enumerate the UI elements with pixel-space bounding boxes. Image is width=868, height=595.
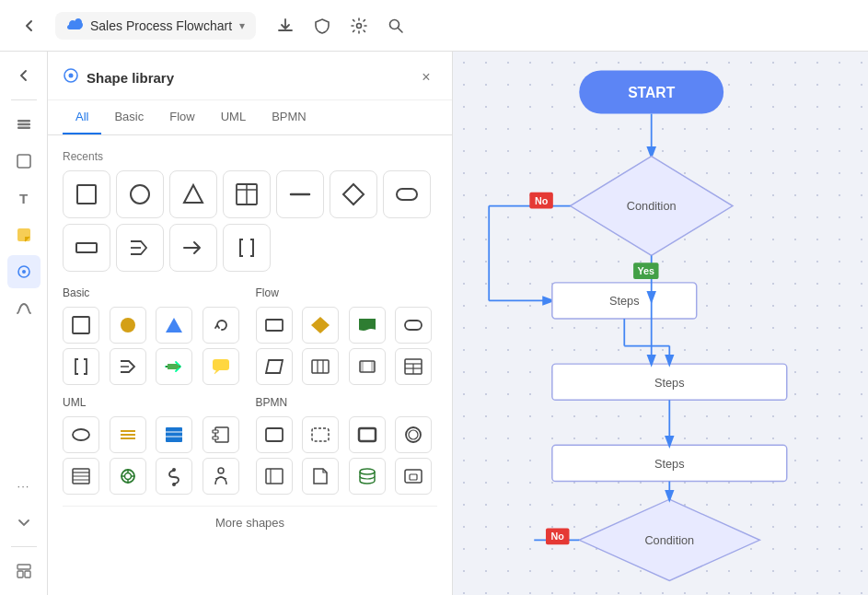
basic-arrow-right[interactable]: [156, 348, 192, 385]
svg-rect-29: [312, 360, 329, 373]
bpmn-call[interactable]: [349, 416, 386, 453]
uml-fork[interactable]: [156, 458, 192, 495]
tab-flow[interactable]: Flow: [156, 100, 207, 134]
uml-component[interactable]: [203, 416, 239, 453]
shapes-button[interactable]: [7, 255, 41, 288]
sidebar-divider-2: [11, 546, 37, 547]
tab-basic[interactable]: Basic: [101, 100, 156, 134]
canvas[interactable]: START Condition No Steps Yes Steps: [453, 52, 868, 595]
shape-arrow[interactable]: [169, 224, 217, 272]
svg-text:Steps: Steps: [609, 294, 640, 308]
svg-rect-9: [17, 565, 30, 569]
sticky-note-button[interactable]: [7, 218, 41, 251]
template-button[interactable]: [7, 554, 41, 588]
tab-all[interactable]: All: [63, 100, 101, 134]
flow-film[interactable]: [349, 348, 386, 385]
tab-bpmn[interactable]: BPMN: [259, 100, 319, 134]
uml-swimlane[interactable]: [63, 458, 99, 495]
shape-table[interactable]: [223, 170, 271, 218]
bpmn-subprocess[interactable]: [302, 416, 339, 453]
canvas-button[interactable]: [7, 145, 41, 178]
tab-uml[interactable]: UML: [208, 100, 259, 134]
basic-loop[interactable]: [203, 307, 239, 344]
more-button[interactable]: ···: [7, 469, 41, 502]
basic-square[interactable]: [63, 307, 99, 344]
flow-terminator[interactable]: [395, 307, 432, 344]
panel-close-button[interactable]: ×: [415, 66, 437, 88]
flow-document[interactable]: [349, 307, 386, 344]
svg-rect-3: [17, 123, 30, 126]
shape-rounded-rect[interactable]: [383, 170, 431, 218]
svg-point-62: [409, 430, 418, 439]
svg-text:Condition: Condition: [627, 199, 677, 213]
svg-rect-59: [312, 428, 329, 441]
flow-data[interactable]: [256, 348, 293, 385]
flow-title: Flow: [256, 286, 438, 299]
uml-human[interactable]: [203, 458, 239, 495]
title-chevron-icon: ▾: [239, 19, 245, 32]
svg-rect-46: [215, 427, 228, 442]
basic-flow-subsections: Basic: [63, 286, 437, 385]
basic-title: Basic: [63, 286, 245, 299]
svg-rect-63: [266, 469, 283, 484]
uml-title: UML: [63, 396, 245, 409]
shape-flat-rect[interactable]: [63, 224, 110, 272]
bpmn-data-store[interactable]: [349, 458, 386, 495]
svg-rect-20: [397, 189, 417, 200]
shape-line[interactable]: [276, 170, 324, 218]
bpmn-event[interactable]: [395, 416, 432, 453]
basic-circle-filled[interactable]: [110, 307, 146, 344]
svg-rect-58: [266, 428, 283, 441]
uml-class[interactable]: [156, 416, 192, 453]
svg-rect-67: [410, 474, 417, 480]
basic-speech-bubble[interactable]: [203, 348, 239, 385]
svg-rect-27: [266, 320, 283, 331]
bpmn-subsection: BPMN: [256, 396, 438, 495]
text-button[interactable]: T: [7, 181, 41, 215]
svg-rect-43: [166, 427, 182, 442]
tag-button[interactable]: [307, 11, 337, 41]
svg-text:Steps: Steps: [654, 376, 685, 390]
basic-triangle-filled[interactable]: [156, 307, 192, 344]
flow-swimlane[interactable]: [302, 348, 339, 385]
shape-square[interactable]: [63, 170, 110, 218]
bpmn-document[interactable]: [302, 458, 339, 495]
uml-ellipse[interactable]: [63, 416, 99, 453]
svg-rect-48: [213, 437, 218, 439]
svg-point-13: [69, 74, 74, 78]
more-shapes-button[interactable]: More shapes: [63, 506, 437, 539]
basic-merge2[interactable]: [110, 348, 146, 385]
download-button[interactable]: [271, 11, 300, 41]
basic-brackets2[interactable]: [63, 348, 99, 385]
back-button[interactable]: [15, 11, 44, 41]
shape-diamond[interactable]: [330, 170, 377, 218]
flow-decision[interactable]: [302, 307, 339, 344]
layers-button[interactable]: [7, 108, 41, 141]
shape-circle[interactable]: [116, 170, 164, 218]
shape-triangle[interactable]: [169, 170, 217, 218]
shape-merge[interactable]: [116, 224, 164, 272]
panel-content: Recents: [48, 135, 452, 595]
bpmn-expanded[interactable]: [395, 458, 432, 495]
uml-state[interactable]: [110, 458, 146, 495]
shape-brackets[interactable]: [223, 224, 271, 272]
more-icon: ···: [17, 479, 30, 493]
bpmn-task[interactable]: [256, 416, 293, 453]
shape-panel: Shape library × All Basic Flow UML BPMN …: [48, 52, 453, 595]
collapse-left-button[interactable]: [7, 59, 41, 92]
bpmn-pool[interactable]: [256, 458, 293, 495]
flow-table[interactable]: [395, 348, 432, 385]
search-button[interactable]: [381, 11, 411, 41]
flow-process[interactable]: [256, 307, 293, 344]
svg-point-65: [360, 469, 375, 474]
title-group[interactable]: Sales Process Flowchart ▾: [55, 12, 256, 40]
svg-point-24: [121, 318, 135, 332]
svg-point-56: [172, 483, 176, 486]
svg-point-54: [124, 473, 131, 480]
sidebar-divider-1: [11, 99, 37, 100]
collapse-down-button[interactable]: [7, 506, 41, 539]
uml-lines[interactable]: [110, 416, 146, 453]
curve-button[interactable]: [7, 292, 41, 325]
settings-button[interactable]: [344, 11, 374, 41]
bpmn-grid: [256, 416, 438, 495]
